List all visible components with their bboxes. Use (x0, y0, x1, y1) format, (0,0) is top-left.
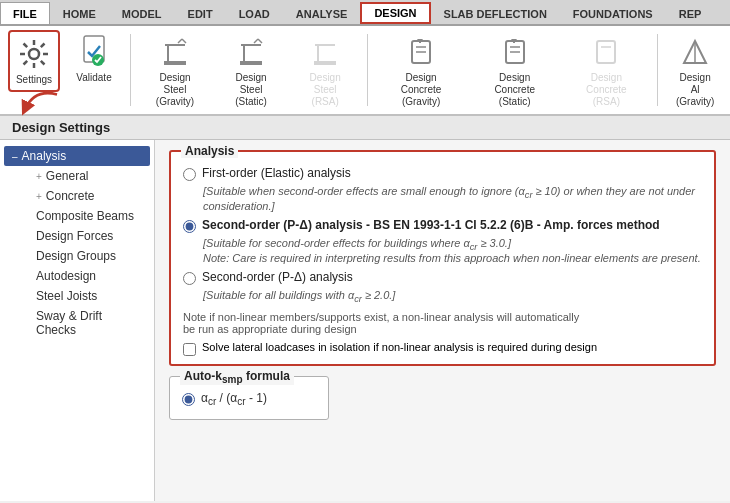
auto-k-formula-row: αcr / (αcr - 1) (182, 391, 316, 407)
sidebar-label-design-groups: Design Groups (36, 249, 116, 263)
sidebar-item-autodesign[interactable]: Autodesign (20, 266, 154, 286)
radio-first-order[interactable] (183, 168, 196, 181)
tab-rep[interactable]: REP (666, 2, 715, 24)
sidebar-label-general: General (46, 169, 89, 183)
tab-foundations[interactable]: FOUNDATIONS (560, 2, 666, 24)
svg-line-6 (41, 61, 45, 65)
sidebar-item-concrete[interactable]: + Concrete (20, 186, 154, 206)
design-concrete-rsa-icon (588, 34, 624, 70)
concrete-expand-icon: + (36, 191, 42, 202)
design-steel-gravity-button[interactable]: Design Steel(Gravity) (141, 30, 209, 112)
auto-k-section: Auto-ksmp formula αcr / (αcr - 1) (169, 376, 329, 420)
note-second-order-amp: [Suitable for second-order effects for b… (203, 237, 702, 264)
sidebar-item-composite-beams[interactable]: Composite Beams (20, 206, 154, 226)
svg-line-18 (254, 39, 258, 43)
checkbox-row-isolation: Solve lateral loadcases in isolation if … (183, 341, 702, 356)
radio-row-option2: Second-order (P-Δ) analysis - BS EN 1993… (183, 218, 702, 233)
design-steel-static-label: Design Steel(Static) (223, 72, 279, 108)
nonlinear-note: Note if non-linear members/supports exis… (183, 311, 702, 335)
svg-line-7 (41, 44, 45, 48)
sidebar-label-autodesign: Autodesign (36, 269, 96, 283)
radio-second-order-amp[interactable] (183, 220, 196, 233)
radio-label-first-order[interactable]: First-order (Elastic) analysis (202, 166, 351, 180)
sidebar-label-steel-joists: Steel Joists (36, 289, 97, 303)
radio-row-formula: αcr / (αcr - 1) (182, 391, 316, 407)
svg-line-5 (24, 44, 28, 48)
sidebar-label-sway-drift: Sway & Drift Checks (36, 309, 144, 337)
sidebar-item-design-forces[interactable]: Design Forces (20, 226, 154, 246)
analysis-section: Analysis First-order (Elastic) analysis … (169, 150, 716, 366)
design-concrete-static-icon (497, 34, 533, 70)
design-al-gravity-label: Design Al(Gravity) (674, 72, 716, 108)
design-concrete-static-label: Design Concrete(Static) (478, 72, 552, 108)
tab-design[interactable]: DESIGN (360, 2, 430, 24)
svg-point-0 (29, 49, 39, 59)
svg-line-8 (24, 61, 28, 65)
design-al-gravity-button[interactable]: Design Al(Gravity) (668, 30, 722, 112)
design-steel-gravity-label: Design Steel(Gravity) (147, 72, 203, 108)
validate-icon (76, 34, 112, 70)
ribbon-sep-3 (657, 34, 658, 106)
sidebar-item-steel-joists[interactable]: Steel Joists (20, 286, 154, 306)
tab-slab-deflection[interactable]: SLAB DEFLECTION (431, 2, 560, 24)
ribbon-sep-1 (130, 34, 131, 106)
general-expand-icon: + (36, 171, 42, 182)
ribbon: Settings Validate (0, 26, 730, 116)
settings-label: Settings (16, 74, 52, 86)
design-concrete-rsa-button[interactable]: DesignConcrete (RSA) (566, 30, 648, 112)
radio-row-option1: First-order (Elastic) analysis (183, 166, 702, 181)
svg-rect-15 (164, 61, 186, 65)
radio-label-second-order-pdelta[interactable]: Second-order (P-Δ) analysis (202, 270, 353, 284)
sidebar-label-concrete: Concrete (46, 189, 95, 203)
validate-label: Validate (76, 72, 111, 84)
validate-button[interactable]: Validate (68, 30, 120, 88)
note-first-order: [Suitable when second-order effects are … (203, 185, 702, 212)
design-concrete-gravity-icon (403, 34, 439, 70)
design-concrete-gravity-button[interactable]: Design Concrete(Gravity) (378, 30, 464, 112)
design-steel-rsa-icon (307, 34, 343, 70)
main-layout: – Analysis + General + Concrete Composit… (0, 140, 730, 501)
ribbon-sep-2 (367, 34, 368, 106)
tab-load[interactable]: LOAD (226, 2, 283, 24)
analysis-section-label: Analysis (181, 144, 238, 158)
design-concrete-gravity-label: Design Concrete(Gravity) (384, 72, 458, 108)
svg-line-14 (182, 39, 186, 43)
design-steel-static-button[interactable]: Design Steel(Static) (217, 30, 285, 112)
checkbox-isolation-label[interactable]: Solve lateral loadcases in isolation if … (202, 341, 597, 353)
formula-label[interactable]: αcr / (αcr - 1) (201, 391, 267, 407)
svg-rect-34 (597, 41, 615, 63)
design-concrete-rsa-label: DesignConcrete (RSA) (572, 72, 642, 108)
note-second-order-pdelta: [Suitable for all buildings with αcr ≥ 2… (203, 289, 702, 304)
design-concrete-static-button[interactable]: Design Concrete(Static) (472, 30, 558, 112)
sidebar-label-analysis: Analysis (22, 149, 67, 163)
design-steel-static-icon (233, 34, 269, 70)
tab-file[interactable]: FILE (0, 2, 50, 24)
sidebar-label-composite-beams: Composite Beams (36, 209, 134, 223)
design-steel-rsa-label: DesignSteel (RSA) (299, 72, 351, 108)
svg-line-13 (178, 39, 182, 43)
svg-line-19 (258, 39, 262, 43)
design-al-gravity-icon (677, 34, 713, 70)
page-title: Design Settings (0, 116, 730, 140)
sidebar-label-design-forces: Design Forces (36, 229, 113, 243)
content-area: Analysis First-order (Elastic) analysis … (155, 140, 730, 501)
tab-home[interactable]: HOME (50, 2, 109, 24)
sidebar-item-design-groups[interactable]: Design Groups (20, 246, 154, 266)
tab-analyse[interactable]: ANALYSE (283, 2, 361, 24)
radio-row-option3: Second-order (P-Δ) analysis (183, 270, 702, 285)
sidebar-item-sway-drift[interactable]: Sway & Drift Checks (20, 306, 154, 340)
tab-bar: FILE HOME MODEL EDIT LOAD ANALYSE DESIGN… (0, 0, 730, 26)
settings-button[interactable]: Settings (8, 30, 60, 92)
tab-edit[interactable]: EDIT (175, 2, 226, 24)
design-steel-rsa-button[interactable]: DesignSteel (RSA) (293, 30, 357, 112)
sidebar: – Analysis + General + Concrete Composit… (0, 140, 155, 501)
sidebar-item-general[interactable]: + General (20, 166, 154, 186)
radio-formula[interactable] (182, 393, 195, 406)
checkbox-isolation[interactable] (183, 343, 196, 356)
radio-label-second-order-amp[interactable]: Second-order (P-Δ) analysis - BS EN 1993… (202, 218, 660, 232)
sidebar-item-analysis[interactable]: – Analysis (4, 146, 150, 166)
settings-icon (16, 36, 52, 72)
svg-rect-20 (240, 61, 262, 65)
tab-model[interactable]: MODEL (109, 2, 175, 24)
radio-second-order-pdelta[interactable] (183, 272, 196, 285)
